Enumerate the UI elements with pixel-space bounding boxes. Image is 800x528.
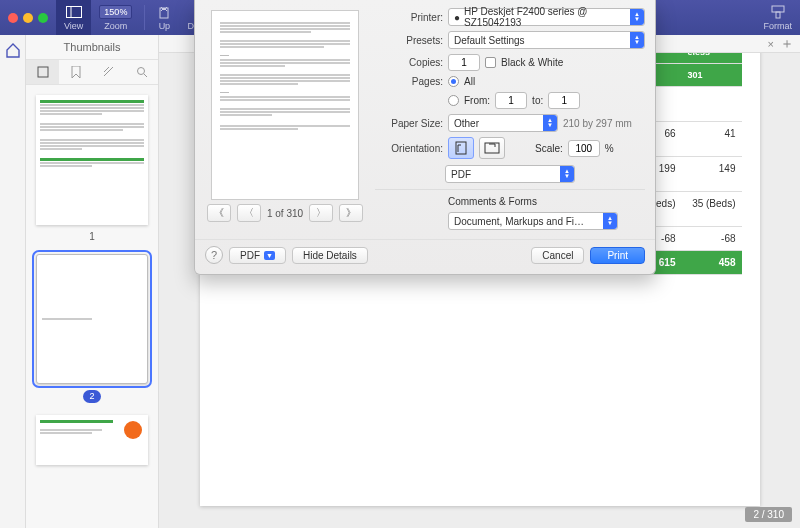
svg-rect-6 [38, 67, 48, 77]
brush-icon [770, 4, 786, 20]
bw-label: Black & White [501, 57, 563, 68]
annotation-icon [124, 421, 142, 439]
scale-label: Scale: [535, 143, 563, 154]
orientation-label: Orientation: [375, 143, 443, 154]
pages-label: Pages: [375, 76, 443, 87]
copies-input[interactable] [448, 54, 480, 71]
zoom-button[interactable]: 150% Zoom [91, 0, 140, 35]
tab-thumbnails[interactable] [26, 60, 59, 84]
page-up-button[interactable]: Up [149, 0, 179, 35]
zoom-value[interactable]: 150% [99, 5, 132, 19]
copies-label: Copies: [375, 57, 443, 68]
thumb-label-2: 2 [36, 390, 148, 403]
left-rail [0, 35, 26, 528]
thumbnail-page-1[interactable] [36, 95, 148, 225]
hide-details-button[interactable]: Hide Details [292, 247, 368, 264]
thumbnail-page-3[interactable] [36, 415, 148, 465]
svg-rect-4 [772, 6, 784, 12]
format-button[interactable]: Format [755, 0, 800, 35]
print-dialog: ——— ——— 《 〈 1 of 310 〉 》 Printer: ●HP De… [194, 0, 656, 275]
thumbnails-tabs [26, 59, 158, 85]
preview-first[interactable]: 《 [207, 204, 231, 222]
thumbnails-title: Thumbnails [26, 35, 158, 59]
tab-search[interactable] [125, 60, 158, 84]
pages-range-radio[interactable] [448, 95, 459, 106]
comments-forms-label: Comments & Forms [448, 196, 537, 207]
pages-from-input[interactable] [495, 92, 527, 109]
comments-forms-select[interactable]: Document, Markups and Fi…▲▼ [448, 212, 618, 230]
pages-all-radio[interactable] [448, 76, 459, 87]
page-indicator: 2 / 310 [745, 507, 792, 522]
pages-all-label: All [464, 76, 475, 87]
view-label: View [64, 21, 83, 31]
preview-counter: 1 of 310 [267, 208, 303, 219]
print-settings: Printer: ●HP Deskjet F2400 series @ SZ15… [375, 8, 645, 235]
printer-label: Printer: [375, 12, 443, 23]
tab-annotations[interactable] [92, 60, 125, 84]
zoom-window[interactable] [38, 13, 48, 23]
thumbnails-panel: Thumbnails 1 2 [26, 35, 159, 528]
thumbnails-list[interactable]: 1 2 [26, 85, 158, 528]
zoom-label: Zoom [104, 21, 127, 31]
print-button[interactable]: Print [590, 247, 645, 264]
orientation-portrait[interactable] [448, 137, 474, 159]
close-tab-icon[interactable]: × [768, 38, 774, 50]
window-controls [0, 13, 56, 23]
help-button[interactable]: ? [205, 246, 223, 264]
pages-to-label: to: [532, 95, 543, 106]
scale-pct: % [605, 143, 614, 154]
presets-label: Presets: [375, 35, 443, 46]
tab-bookmarks[interactable] [59, 60, 92, 84]
minimize-window[interactable] [23, 13, 33, 23]
presets-select[interactable]: Default Settings▲▼ [448, 31, 645, 49]
preview-page: ——— ——— [211, 10, 359, 200]
thumb-label-1: 1 [36, 231, 148, 242]
up-label: Up [159, 21, 171, 31]
svg-point-7 [137, 68, 144, 75]
arrow-up-icon [157, 4, 171, 20]
paper-select[interactable]: Other▲▼ [448, 114, 558, 132]
pdf-dropdown[interactable]: PDF▼ [229, 247, 286, 264]
svg-rect-5 [776, 12, 780, 18]
add-tab-icon[interactable]: ＋ [780, 35, 794, 53]
home-icon[interactable] [4, 41, 22, 59]
preview-last[interactable]: 》 [339, 204, 363, 222]
bw-checkbox[interactable] [485, 57, 496, 68]
close-window[interactable] [8, 13, 18, 23]
cancel-button[interactable]: Cancel [531, 247, 584, 264]
scale-input[interactable] [568, 140, 600, 157]
print-menu-select[interactable]: PDF▲▼ [445, 165, 575, 183]
sidebar-icon [66, 4, 82, 20]
pages-to-input[interactable] [548, 92, 580, 109]
svg-line-8 [144, 74, 147, 77]
view-button[interactable]: View [56, 0, 91, 35]
format-label: Format [763, 21, 792, 31]
preview-prev[interactable]: 〈 [237, 204, 261, 222]
thumbnail-page-2[interactable] [36, 254, 148, 384]
pages-from-label: From: [464, 95, 490, 106]
orientation-landscape[interactable] [479, 137, 505, 159]
paper-label: Paper Size: [375, 118, 443, 129]
svg-rect-0 [66, 7, 81, 18]
preview-next[interactable]: 〉 [309, 204, 333, 222]
paper-dim: 210 by 297 mm [563, 118, 632, 129]
printer-select[interactable]: ●HP Deskjet F2400 series @ SZ15042193▲▼ [448, 8, 645, 26]
print-preview: ——— ——— 《 〈 1 of 310 〉 》 [205, 8, 365, 235]
